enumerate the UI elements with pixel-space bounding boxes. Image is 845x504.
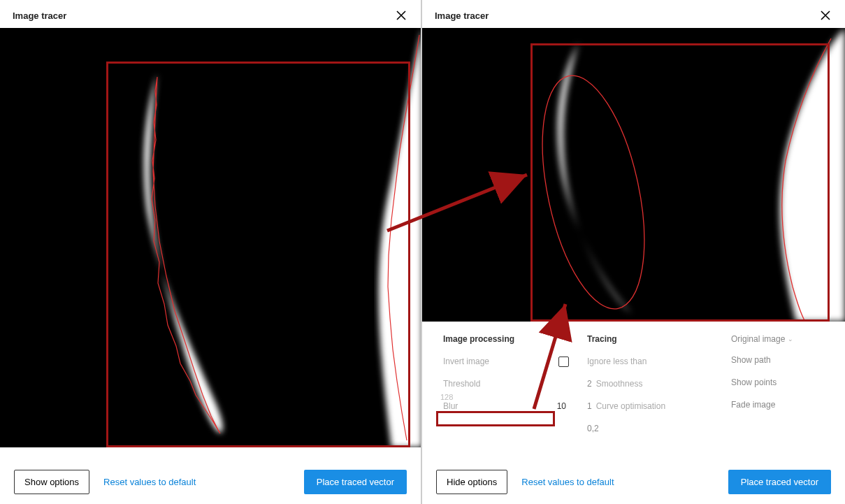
invert-row: Invert image (443, 355, 569, 368)
footer-left: Show options Reset values to default Pla… (0, 460, 421, 504)
footer-right: Hide options Reset values to default Pla… (422, 460, 845, 504)
smoothness-value: 1 (587, 401, 595, 411)
close-icon (821, 10, 830, 20)
show-path-row: Show path (731, 354, 845, 366)
fade-label: Fade image (731, 400, 845, 410)
blur-label: Blur (443, 401, 557, 411)
smoothness-label: Smoothness (596, 379, 713, 389)
header-right: Image tracer (422, 0, 845, 28)
original-image-label: Original image (731, 334, 785, 344)
place-vector-button-right[interactable]: Place traced vector (728, 470, 831, 494)
curve-row: 1 Curve optimisation (587, 400, 713, 412)
show-points-label: Show points (731, 377, 845, 387)
show-options-button[interactable]: Show options (14, 470, 89, 494)
panel-left: Image tracer Show options Reset values t… (0, 0, 422, 504)
title-left: Image tracer (13, 10, 66, 21)
trace-image-right (422, 28, 845, 322)
ignore-row: Ignore less than (587, 355, 713, 368)
image-processing-header: Image processing (443, 334, 569, 344)
smoothness-row: 2 Smoothness (587, 377, 713, 390)
fade-row: Fade image (731, 398, 845, 411)
svg-point-0 (524, 66, 663, 318)
tracing-header: Tracing (587, 334, 713, 344)
ignore-label: Ignore less than (587, 357, 713, 366)
title-right: Image tracer (435, 10, 489, 21)
close-button-right[interactable] (818, 8, 832, 22)
reset-link-left[interactable]: Reset values to default (103, 477, 196, 487)
invert-checkbox[interactable] (558, 357, 569, 367)
reset-link-right[interactable]: Reset values to default (521, 477, 614, 487)
curve-val-row: 0,2 (587, 422, 713, 435)
show-path-label: Show path (731, 355, 845, 365)
canvas-right[interactable] (422, 28, 845, 322)
curve-label: Curve optimisation (596, 401, 713, 411)
panel-right: Image tracer Image processing (422, 0, 845, 504)
curve-value: 0,2 (587, 424, 602, 433)
threshold-label: Threshold (443, 379, 569, 389)
canvas-left[interactable] (0, 28, 421, 447)
header-left: Image tracer (0, 0, 421, 28)
close-button-left[interactable] (394, 8, 408, 22)
col-image-processing: Image processing Invert image Threshold … (443, 334, 569, 435)
show-points-row: Show points (731, 376, 845, 389)
threshold-value: 128 (440, 393, 456, 401)
blur-value[interactable]: 10 (557, 401, 569, 411)
invert-label: Invert image (443, 357, 558, 366)
close-icon (396, 10, 406, 20)
chevron-down-icon: ⌄ (788, 336, 793, 343)
blur-row: 128 Blur 10 (443, 400, 569, 412)
place-vector-button-left[interactable]: Place traced vector (304, 470, 407, 494)
col-display: Original image ⌄ Show path Show points F… (731, 334, 845, 435)
hide-options-button[interactable]: Hide options (436, 470, 507, 494)
trace-image-left (0, 28, 421, 447)
options-region: Image processing Invert image Threshold … (422, 322, 845, 435)
threshold-row: Threshold (443, 377, 569, 390)
ignore-value: 2 (587, 379, 595, 389)
original-image-dropdown[interactable]: Original image ⌄ (731, 334, 845, 344)
col-tracing: Tracing Ignore less than 2 Smoothness 1 … (587, 334, 713, 435)
